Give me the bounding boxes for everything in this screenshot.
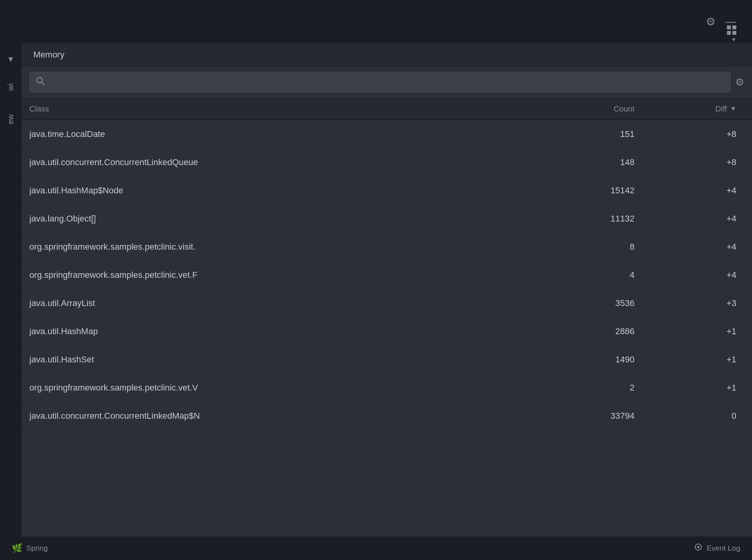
bottom-left[interactable]: 🌿 Spring [12,543,48,553]
diff-value: +4 [642,214,744,224]
sidebar-chevron[interactable]: ▼ [7,55,15,64]
left-sidebar: ▼ wi ew [0,43,22,537]
bottom-bar: 🌿 Spring Event Log [0,537,752,560]
search-bar-row: ⚙ [22,67,752,98]
table-row[interactable]: java.util.concurrent.ConcurrentLinkedQue… [22,148,752,176]
class-name: org.springframework.samples.petclinic.vi… [29,242,540,252]
table-row[interactable]: java.util.HashMap 2886 +1 [22,317,752,346]
svg-line-1 [42,82,44,85]
table-row[interactable]: org.springframework.samples.petclinic.vi… [22,233,752,261]
table-row[interactable]: java.util.HashSet 1490 +1 [22,346,752,374]
table-row[interactable]: java.time.LocalDate 151 +8 [22,120,752,148]
panel-title: Memory [33,50,64,60]
diff-value: +1 [642,383,744,393]
diff-value: 0 [642,411,744,421]
table-container: Class Count Diff ▼ java.time.LocalDate 1… [22,98,752,537]
sidebar-label-wi: wi [6,83,15,91]
count-value: 11132 [540,214,642,224]
diff-sort-arrow: ▼ [730,105,736,112]
main-panel: Memory ⚙ Class Count Dif [22,43,752,537]
class-name: org.springframework.samples.petclinic.ve… [29,270,540,280]
diff-value: +1 [642,326,744,337]
class-name: java.util.HashSet [29,355,540,365]
class-name: java.util.concurrent.ConcurrentLinkedQue… [29,157,540,167]
search-settings-icon[interactable]: ⚙ [735,76,744,88]
table-row[interactable]: java.util.concurrent.ConcurrentLinkedMap… [22,402,752,430]
header-diff[interactable]: Diff ▼ [642,104,744,113]
class-name: java.util.concurrent.ConcurrentLinkedMap… [29,411,540,421]
layout-row: ▼ wi ew Memory ⚙ [0,43,752,537]
event-log-icon [694,543,703,554]
diff-value: +8 [642,157,744,167]
count-value: 151 [540,129,642,139]
search-icon [36,77,45,88]
count-value: 2886 [540,326,642,337]
diff-value: +1 [642,355,744,365]
count-value: 4 [540,270,642,280]
diff-value: +8 [642,129,744,139]
count-value: 15142 [540,185,642,196]
count-value: 2 [540,383,642,393]
class-name: java.util.ArrayList [29,298,540,308]
class-name: org.springframework.samples.petclinic.ve… [29,383,540,393]
spring-icon: 🌿 [12,543,22,553]
sidebar-labels: wi ew [6,83,15,124]
table-row[interactable]: org.springframework.samples.petclinic.ve… [22,374,752,402]
table-row[interactable]: org.springframework.samples.petclinic.ve… [22,261,752,289]
top-bar: ⚙ — [0,0,752,43]
svg-point-3 [697,546,700,548]
class-name: java.time.LocalDate [29,129,540,139]
diff-value: +4 [642,185,744,196]
panel-header: Memory [22,43,752,67]
search-input[interactable] [49,78,724,87]
diff-value: +4 [642,270,744,280]
bottom-right[interactable]: Event Log [694,543,740,554]
layout-grid-icon[interactable]: ▼ [727,25,736,43]
table-row[interactable]: java.util.HashMap$Node 15142 +4 [22,176,752,205]
count-value: 1490 [540,355,642,365]
event-log-label: Event Log [707,544,740,553]
header-count[interactable]: Count [540,104,642,113]
diff-value: +4 [642,242,744,252]
count-value: 33794 [540,411,642,421]
spring-label: Spring [26,544,48,553]
table-row[interactable]: java.util.ArrayList 3536 +3 [22,289,752,317]
header-class[interactable]: Class [29,104,540,113]
settings-icon[interactable]: ⚙ [706,15,716,28]
class-name: java.lang.Object[] [29,214,540,224]
count-value: 3536 [540,298,642,308]
class-name: java.util.HashMap$Node [29,185,540,196]
count-value: 8 [540,242,642,252]
search-input-wrapper[interactable] [29,72,730,92]
class-name: java.util.HashMap [29,326,540,337]
diff-value: +3 [642,298,744,308]
table-header: Class Count Diff ▼ [22,98,752,120]
count-value: 148 [540,157,642,167]
table-row[interactable]: java.lang.Object[] 11132 +4 [22,205,752,233]
sidebar-label-ew: ew [6,114,15,124]
